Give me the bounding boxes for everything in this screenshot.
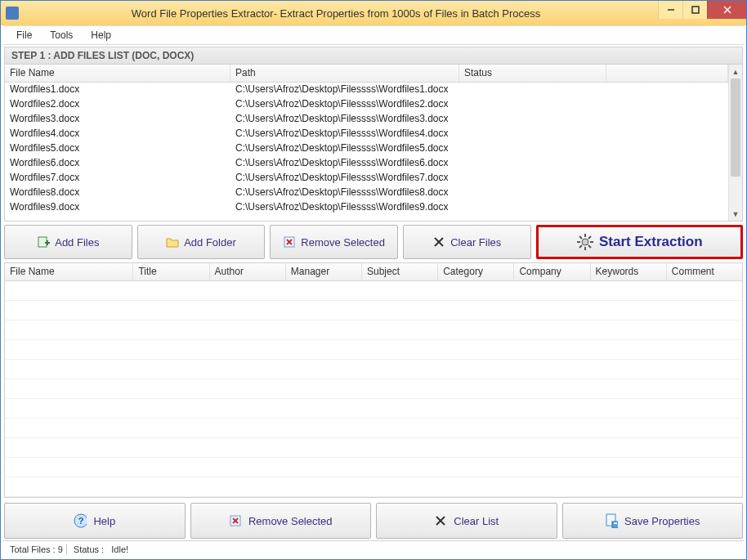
minimize-icon [667, 6, 675, 14]
table-row[interactable]: Wordfiles7.docxC:\Users\Afroz\Desktop\Fi… [5, 171, 728, 186]
table-row[interactable] [5, 419, 742, 438]
cell-path: C:\Users\Afroz\Desktop\Filessss\Wordfile… [230, 171, 459, 186]
clear-list-button[interactable]: Clear List [376, 503, 557, 539]
table-row[interactable]: Wordfiles2.docxC:\Users\Afroz\Desktop\Fi… [5, 97, 728, 112]
table-row[interactable] [5, 379, 742, 399]
step1-header: STEP 1 : ADD FILES LIST (DOC, DOCX) [4, 47, 743, 65]
add-files-button[interactable]: Add Files [4, 225, 132, 259]
cell-path: C:\Users\Afroz\Desktop\Filessss\Wordfile… [230, 200, 459, 215]
pcol-company[interactable]: Company [514, 263, 590, 280]
svg-line-18 [588, 245, 591, 248]
table-row[interactable]: Wordfiles5.docxC:\Users\Afroz\Desktop\Fi… [5, 141, 728, 156]
table-row[interactable] [5, 477, 742, 497]
cell-status [459, 141, 606, 156]
table-row[interactable] [5, 399, 742, 419]
pcol-keywords[interactable]: Keywords [591, 263, 667, 280]
cell-status [459, 200, 606, 215]
svg-point-12 [582, 239, 588, 245]
file-list: File Name Path Status Wordfiles1.docxC:\… [4, 65, 743, 222]
menubar: File Tools Help [3, 25, 744, 45]
remove-selected-button[interactable]: Remove Selected [270, 225, 398, 259]
table-row[interactable]: Wordfiles6.docxC:\Users\Afroz\Desktop\Fi… [5, 156, 728, 171]
remove-selected-bottom-button[interactable]: Remove Selected [190, 503, 372, 539]
status-state: Status : Idle! [70, 544, 132, 554]
cell-path: C:\Users\Afroz\Desktop\Filessss\Wordfile… [230, 156, 459, 171]
svg-text:?: ? [78, 516, 84, 526]
col-spacer [606, 65, 728, 82]
clear-icon [432, 235, 445, 249]
titlebar[interactable]: Word File Properties Extractor- Extract … [1, 1, 746, 25]
cell-filename: Wordfiles7.docx [5, 171, 230, 186]
scroll-down-icon[interactable]: ▼ [729, 207, 742, 221]
properties-table: File Name Title Author Manager Subject C… [4, 262, 743, 498]
menu-tools[interactable]: Tools [42, 28, 81, 43]
file-list-body[interactable]: Wordfiles1.docxC:\Users\Afroz\Desktop\Fi… [5, 83, 728, 215]
table-row[interactable] [5, 438, 742, 458]
pcol-subject[interactable]: Subject [362, 263, 438, 280]
menu-file[interactable]: File [8, 28, 40, 43]
minimize-button[interactable] [658, 1, 682, 19]
app-window: Word File Properties Extractor- Extract … [0, 0, 747, 560]
cell-filename: Wordfiles1.docx [5, 83, 230, 97]
table-row[interactable] [5, 320, 742, 340]
table-row[interactable] [5, 360, 742, 379]
scroll-up-icon[interactable]: ▲ [729, 65, 742, 78]
cell-filename: Wordfiles3.docx [5, 112, 230, 127]
cell-path: C:\Users\Afroz\Desktop\Filessss\Wordfile… [230, 112, 459, 127]
svg-line-19 [588, 236, 591, 239]
table-row[interactable] [5, 340, 742, 360]
table-row[interactable] [5, 458, 742, 477]
close-icon [722, 5, 732, 15]
pcol-manager[interactable]: Manager [286, 263, 362, 280]
properties-body[interactable] [5, 281, 742, 497]
pcol-title[interactable]: Title [133, 263, 209, 280]
cell-status [459, 186, 606, 200]
cell-status [459, 83, 606, 97]
cell-path: C:\Users\Afroz\Desktop\Filessss\Wordfile… [230, 127, 459, 141]
remove-selected-label: Remove Selected [301, 236, 385, 249]
remove-selected-bottom-label: Remove Selected [248, 515, 333, 527]
table-row[interactable]: Wordfiles1.docxC:\Users\Afroz\Desktop\Fi… [5, 83, 728, 97]
gear-icon [576, 233, 594, 251]
start-extraction-button[interactable]: Start Extraction [536, 225, 743, 259]
clear-files-button[interactable]: Clear Files [403, 225, 531, 259]
maximize-button[interactable] [682, 1, 707, 19]
add-files-label: Add Files [55, 236, 99, 249]
table-row[interactable] [5, 281, 742, 301]
table-row[interactable]: Wordfiles3.docxC:\Users\Afroz\Desktop\Fi… [5, 112, 728, 127]
clear-files-label: Clear Files [450, 236, 501, 249]
start-extraction-label: Start Extraction [599, 234, 703, 250]
clear-list-label: Clear List [454, 515, 499, 527]
pcol-author[interactable]: Author [210, 263, 286, 280]
properties-header: File Name Title Author Manager Subject C… [5, 263, 742, 281]
table-row[interactable]: Wordfiles4.docxC:\Users\Afroz\Desktop\Fi… [5, 127, 728, 141]
table-row[interactable] [5, 301, 742, 320]
save-properties-button[interactable]: Save Properties [562, 503, 744, 539]
help-button[interactable]: ? Help [4, 503, 186, 539]
col-path[interactable]: Path [230, 65, 459, 82]
menu-help[interactable]: Help [83, 28, 119, 43]
cell-status [459, 127, 606, 141]
close-button[interactable] [707, 1, 746, 19]
cell-status [459, 97, 606, 112]
col-status[interactable]: Status [459, 65, 606, 82]
table-row[interactable]: Wordfiles8.docxC:\Users\Afroz\Desktop\Fi… [5, 186, 728, 200]
vertical-scrollbar[interactable]: ▲ ▼ [728, 65, 742, 221]
scroll-track[interactable] [729, 78, 742, 207]
add-folder-button[interactable]: Add Folder [137, 225, 266, 259]
help-icon: ? [74, 514, 87, 527]
file-list-header: File Name Path Status [5, 65, 728, 83]
help-label: Help [93, 515, 115, 527]
table-row[interactable]: Wordfiles9.docxC:\Users\Afroz\Desktop\Fi… [5, 200, 728, 215]
pcol-filename[interactable]: File Name [5, 263, 133, 280]
maximize-icon [691, 6, 700, 14]
col-filename[interactable]: File Name [5, 65, 230, 82]
pcol-comment[interactable]: Comment [667, 263, 742, 280]
pcol-category[interactable]: Category [438, 263, 514, 280]
scroll-thumb[interactable] [731, 78, 740, 177]
svg-rect-1 [692, 7, 699, 13]
window-controls [658, 1, 746, 19]
cell-filename: Wordfiles6.docx [5, 156, 230, 171]
svg-rect-30 [614, 522, 617, 524]
cell-filename: Wordfiles8.docx [5, 186, 230, 200]
